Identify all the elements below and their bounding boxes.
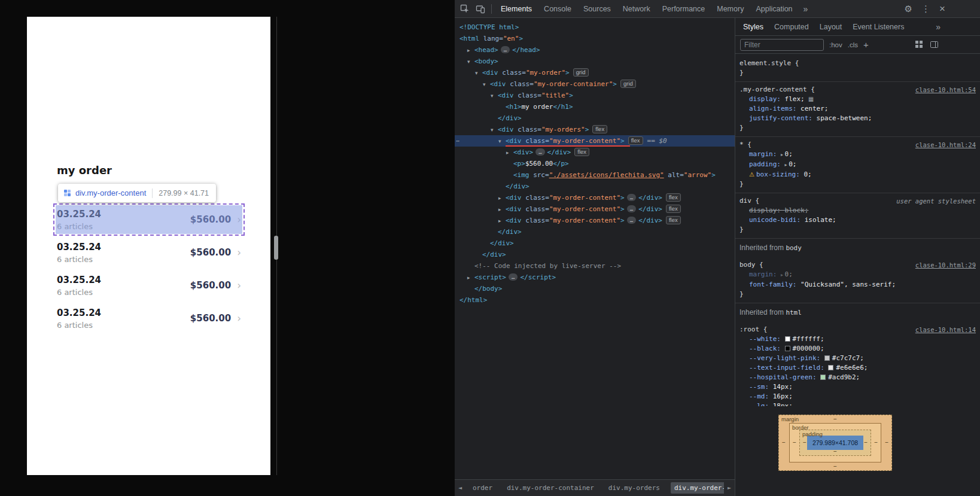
collapsed-content-icon[interactable]: … [535, 148, 544, 156]
source-link[interactable]: clase-10.html:24 [909, 140, 976, 150]
css-declaration[interactable]: --white: #ffffff; [735, 334, 980, 344]
collapsed-content-icon[interactable]: … [509, 273, 518, 281]
css-declaration[interactable]: justify-content: space-between; [735, 114, 980, 123]
breadcrumb-item[interactable]: div.my-order-container [503, 482, 598, 494]
css-declaration[interactable]: margin: ▸ 0; [735, 150, 980, 160]
devtools-tab-network[interactable]: Network [617, 0, 656, 18]
css-declaration[interactable]: align-items: center; [735, 104, 980, 114]
expand-arrow-icon[interactable]: ▾ [491, 90, 498, 102]
css-declaration[interactable]: display: block; [735, 206, 980, 215]
layout-badge-flex[interactable]: flex [666, 205, 681, 213]
tree-line[interactable]: ▸<head>…</head> [455, 44, 735, 56]
source-link[interactable]: user agent stylesheet [890, 196, 976, 206]
more-sidebar-tabs-icon[interactable]: » [936, 22, 941, 32]
tree-line[interactable]: ▾<body> [455, 56, 735, 67]
more-actions-icon[interactable]: ⋯ [456, 135, 460, 147]
close-devtools-icon[interactable]: × [939, 4, 945, 14]
border-right-value[interactable]: − [874, 440, 878, 446]
layout-badge-flex[interactable]: flex [592, 125, 607, 133]
tree-line[interactable]: ▾<div class="my-order-container">grid [455, 78, 735, 90]
tree-line[interactable]: </div> [455, 181, 735, 192]
collapsed-content-icon[interactable]: … [627, 194, 636, 201]
css-declaration[interactable]: --md: 16px; [735, 392, 980, 401]
source-link[interactable]: clase-10.html:14 [909, 325, 976, 334]
settings-gear-icon[interactable]: ⚙ [905, 4, 912, 13]
expand-arrow-icon[interactable]: ▸ [467, 272, 474, 284]
devtools-tab-elements[interactable]: Elements [495, 0, 538, 18]
expand-arrow-icon[interactable]: ▸ [506, 147, 513, 159]
chevron-right-icon[interactable]: › [237, 281, 241, 291]
css-declaration[interactable]: --text-input-field: #e6e6e6; [735, 363, 980, 373]
margin-top-value[interactable]: − [833, 416, 837, 422]
expand-arrow-icon[interactable]: ▸ [498, 193, 506, 204]
css-declaration[interactable]: font-family: "Quicksand", sans-serif; [735, 280, 980, 290]
filter-input[interactable] [740, 39, 824, 51]
tree-line[interactable]: </div> [455, 112, 735, 124]
color-swatch[interactable] [785, 336, 790, 342]
devtools-tab-application[interactable]: Application [750, 0, 798, 18]
breadcrumb-next-icon[interactable]: ► [724, 485, 735, 491]
color-swatch[interactable] [785, 346, 790, 351]
css-declaration[interactable]: ⚠box-sizing: 0; [735, 170, 980, 179]
tree-line[interactable]: <!-- Code injected by live-server --> [455, 260, 735, 272]
breadcrumb-prev-icon[interactable]: ◄ [455, 485, 465, 491]
breadcrumb-item[interactable]: order [469, 482, 496, 494]
devtools-tab-console[interactable]: Console [538, 0, 577, 18]
rule-selector[interactable]: :root { [739, 325, 767, 334]
sidebar-panel-icon[interactable] [930, 39, 938, 50]
tree-line[interactable]: </body> [455, 283, 735, 294]
tree-line[interactable]: ▸<div class="my-order-content">…</div>fl… [455, 192, 735, 203]
source-link[interactable]: clase-10.html:54 [909, 85, 976, 95]
margin-left-value[interactable]: − [782, 440, 786, 446]
rule-selector[interactable]: div { [739, 196, 759, 206]
css-declaration[interactable]: --black: #000000; [735, 344, 980, 354]
layout-badge-flex[interactable]: flex [666, 193, 681, 202]
breadcrumb-item[interactable]: div.my-order-content [671, 482, 724, 494]
tree-line[interactable]: <p>$560.00</p> [455, 158, 735, 169]
new-style-rule-icon[interactable]: + [863, 39, 869, 50]
tree-line[interactable]: <!DOCTYPE html> [455, 22, 735, 33]
tree-line[interactable]: <html lang="en"> [455, 33, 735, 44]
swatch-grid-icon[interactable] [915, 39, 923, 50]
layout-badge-grid[interactable]: grid [620, 80, 636, 88]
box-model-padding[interactable]: padding − − − 279.989×41.708 [799, 430, 871, 456]
padding-right-value[interactable]: − [864, 440, 868, 446]
devtools-tab-sources[interactable]: Sources [577, 0, 617, 18]
color-swatch[interactable] [824, 355, 830, 361]
flex-editor-icon[interactable]: ▦ [808, 96, 814, 102]
padding-bottom-value[interactable]: − [833, 449, 837, 455]
css-declaration[interactable]: padding: ▸ 0; [735, 160, 980, 170]
css-declaration[interactable]: --hospital-green: #acd9b2; [735, 373, 980, 382]
breadcrumb-item[interactable]: div.my-orders [605, 482, 664, 494]
sidebar-tab-layout[interactable]: Layout [814, 18, 848, 36]
tree-line[interactable]: <h1>my order</h1> [455, 101, 735, 112]
tree-line[interactable]: ⋯▾<div class="my-order-content">flex== $… [455, 135, 735, 147]
source-link[interactable]: clase-10.html:29 [909, 260, 976, 270]
inherited-ref[interactable]: html [786, 309, 802, 317]
expand-arrow-icon[interactable]: ▾ [491, 124, 498, 136]
collapsed-content-icon[interactable]: … [627, 217, 636, 224]
rule-selector[interactable]: .my-order-content { [739, 85, 815, 95]
rule-selector[interactable]: element.style { [739, 59, 799, 68]
layout-badge-flex[interactable]: flex [574, 148, 589, 156]
inherited-ref[interactable]: body [786, 244, 802, 252]
tree-line[interactable]: </html> [455, 294, 735, 306]
box-model-border[interactable]: border − − padding − − − 279.989×41.708 [789, 423, 881, 462]
layout-badge-flex[interactable]: flex [628, 136, 643, 145]
layout-badge-grid[interactable]: grid [573, 68, 589, 77]
chevron-right-icon[interactable]: › [237, 314, 241, 324]
order-list-item[interactable]: 03.25.246 articles$560.00› [57, 206, 241, 233]
order-list-item[interactable]: 03.25.246 articles$560.00› [57, 305, 241, 331]
margin-bottom-value[interactable]: − [833, 464, 837, 470]
expand-arrow-icon[interactable]: ▾ [467, 56, 474, 68]
tree-line[interactable]: </div> [455, 226, 735, 238]
css-declaration[interactable]: margin: ▸ 0; [735, 270, 980, 280]
expand-arrow-icon[interactable]: ▾ [483, 79, 490, 90]
device-toolbar-icon[interactable] [473, 1, 488, 17]
toggle-element-state-button[interactable]: :hov [829, 41, 842, 48]
page-scrollbar[interactable] [273, 17, 280, 475]
devtools-tab-memory[interactable]: Memory [711, 0, 750, 18]
scrollbar-thumb[interactable] [274, 236, 278, 260]
padding-left-value[interactable]: − [803, 440, 806, 446]
color-swatch[interactable] [828, 365, 833, 370]
